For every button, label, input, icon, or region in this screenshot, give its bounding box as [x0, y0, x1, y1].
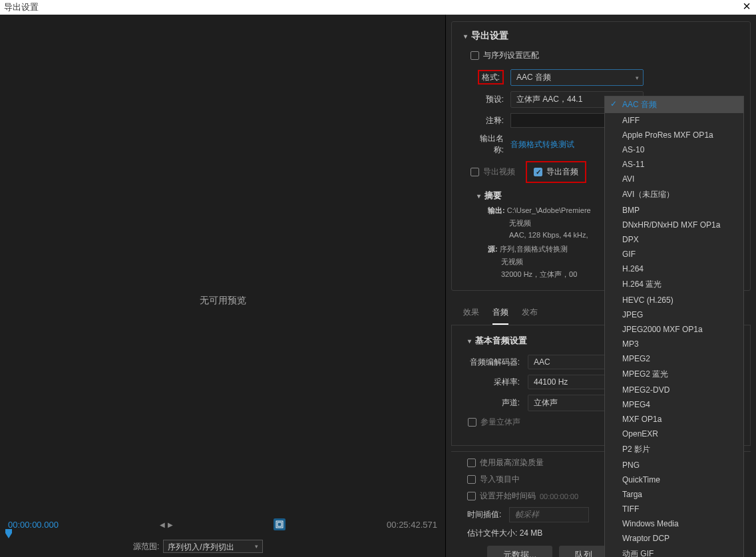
close-icon[interactable]: × — [743, 0, 751, 14]
max-quality-checkbox[interactable] — [467, 459, 476, 467]
format-option[interactable]: H.264 蓝光 — [605, 276, 743, 293]
format-option[interactable]: AVI（未压缩） — [605, 186, 743, 203]
preset-label: 预设: — [471, 94, 510, 105]
channels-label: 声道: — [468, 397, 528, 409]
source-range: 源范围: 序列切入/序列切出 ▾ — [133, 540, 263, 553]
playhead-icon[interactable] — [5, 529, 12, 538]
format-option[interactable]: Windows Media — [605, 516, 743, 531]
filesize-value: 24 MB — [520, 528, 543, 538]
timeline-row: 00:00:00.000 ◀ ▶ 00:25:42.571 — [0, 518, 445, 530]
format-option[interactable]: Targa — [605, 487, 743, 502]
start-tc-label: 设置开始时间码 — [480, 490, 536, 502]
title-bar: 导出设置 × — [0, 0, 756, 15]
import-project-label: 导入项目中 — [480, 474, 520, 485]
settings-panel: ▾ 导出设置 与序列设置匹配 格式: AAC 音频 ▾ 预设: 立体声 AAC，… — [446, 15, 756, 557]
export-video-label: 导出视频 — [483, 166, 515, 178]
output-label: 输出: — [488, 206, 505, 214]
chevron-down-icon: ▾ — [477, 192, 480, 200]
tab-effects[interactable]: 效果 — [463, 304, 479, 325]
format-option[interactable]: AS-10 — [605, 142, 743, 157]
chevron-down-icon: ▾ — [464, 33, 467, 40]
format-option[interactable]: Wraptor DCP — [605, 531, 743, 546]
tab-audio[interactable]: 音频 — [492, 304, 508, 325]
prev-marker-icon[interactable]: ◀ — [160, 521, 165, 528]
output-name-label: 输出名称: — [471, 133, 510, 156]
metadata-button[interactable]: 元数据... — [487, 546, 552, 557]
format-option[interactable]: P2 影片 — [605, 441, 743, 458]
queue-button[interactable]: 队列 — [559, 546, 608, 557]
format-option[interactable]: HEVC (H.265) — [605, 293, 743, 307]
export-audio-checkbox[interactable]: ✓ — [534, 168, 542, 176]
export-audio-label: 导出音频 — [546, 166, 578, 178]
source-label: 源: — [488, 245, 498, 253]
format-option[interactable]: AS-11 — [605, 157, 743, 172]
format-option[interactable]: PNG — [605, 458, 743, 472]
source-range-select[interactable]: 序列切入/序列切出 ▾ — [163, 540, 263, 553]
import-project-checkbox[interactable] — [467, 475, 476, 484]
format-option[interactable]: JPEG — [605, 307, 743, 322]
format-option[interactable]: OpenEXR — [605, 427, 743, 441]
tab-publish[interactable]: 发布 — [522, 304, 538, 325]
format-option[interactable]: AIFF — [605, 113, 743, 128]
comments-label: 注释: — [471, 115, 510, 126]
format-option[interactable]: QuickTime — [605, 472, 743, 487]
format-dropdown-list: ✓AAC 音频AIFFApple ProRes MXF OP1aAS-10AS-… — [604, 96, 744, 557]
export-settings-header[interactable]: ▾ 导出设置 — [464, 30, 738, 42]
interp-select[interactable]: 帧采样 — [509, 507, 589, 522]
svg-rect-1 — [278, 522, 282, 526]
format-option[interactable]: Apple ProRes MXF OP1a — [605, 128, 743, 142]
time-end: 00:25:42.571 — [387, 520, 437, 530]
no-preview-text: 无可用预览 — [200, 295, 246, 307]
format-option[interactable]: AVI — [605, 172, 743, 186]
format-option[interactable]: MPEG4 — [605, 397, 743, 412]
format-option[interactable]: 动画 GIF — [605, 546, 743, 557]
format-label: 格式: — [478, 70, 504, 85]
source-range-label: 源范围: — [133, 541, 159, 552]
sample-rate-label: 采样率: — [468, 377, 528, 388]
interp-label: 时间插值: — [467, 509, 501, 520]
format-option[interactable]: MXF OP1a — [605, 412, 743, 427]
param-stereo-checkbox[interactable] — [468, 418, 476, 427]
timeline-track[interactable] — [0, 532, 445, 538]
codec-label: 音频编解码器: — [468, 357, 528, 368]
start-tc-value: 00:00:00:00 — [540, 492, 578, 500]
main-container: 无可用预览 00:00:00.000 ◀ ▶ 00:25:42.571 源范围:… — [0, 15, 756, 557]
format-option[interactable]: H.264 — [605, 262, 743, 276]
format-option[interactable]: ✓AAC 音频 — [605, 96, 743, 113]
preview-panel: 无可用预览 00:00:00.000 ◀ ▶ 00:25:42.571 源范围:… — [0, 15, 446, 557]
time-start[interactable]: 00:00:00.000 — [8, 520, 59, 530]
format-option[interactable]: MP3 — [605, 337, 743, 351]
check-icon: ✓ — [610, 99, 617, 108]
match-sequence-label: 与序列设置匹配 — [483, 50, 539, 61]
format-option[interactable]: MPEG2 蓝光 — [605, 366, 743, 383]
output-path: C:\User_\Adobe\Premiere — [507, 206, 591, 214]
start-tc-checkbox[interactable] — [467, 492, 476, 500]
chevron-down-icon: ▾ — [468, 337, 471, 345]
filesize-label: 估计文件大小: — [467, 528, 517, 538]
chevron-down-icon: ▾ — [255, 543, 258, 550]
format-option[interactable]: TIFF — [605, 502, 743, 516]
match-sequence-checkbox[interactable] — [471, 51, 479, 60]
max-quality-label: 使用最高渲染质量 — [480, 457, 544, 468]
format-option[interactable]: MPEG2 — [605, 351, 743, 366]
format-option[interactable]: DNxHR/DNxHD MXF OP1a — [605, 218, 743, 232]
output-name-link[interactable]: 音频格式转换测试 — [510, 139, 574, 150]
window-title: 导出设置 — [4, 2, 39, 12]
format-option[interactable]: MPEG2-DVD — [605, 383, 743, 397]
format-select[interactable]: AAC 音频 ▾ — [510, 69, 644, 86]
format-option[interactable]: JPEG2000 MXF OP1a — [605, 322, 743, 337]
format-option[interactable]: DPX — [605, 232, 743, 247]
source-seq: 序列,音频格式转换测 — [500, 245, 568, 253]
format-option[interactable]: BMP — [605, 203, 743, 218]
next-marker-icon[interactable]: ▶ — [168, 521, 173, 528]
chevron-down-icon: ▾ — [636, 75, 639, 81]
param-stereo-label: 参量立体声 — [480, 417, 520, 428]
fit-icon[interactable] — [274, 518, 285, 530]
format-option[interactable]: GIF — [605, 247, 743, 262]
export-video-checkbox[interactable] — [471, 168, 479, 176]
